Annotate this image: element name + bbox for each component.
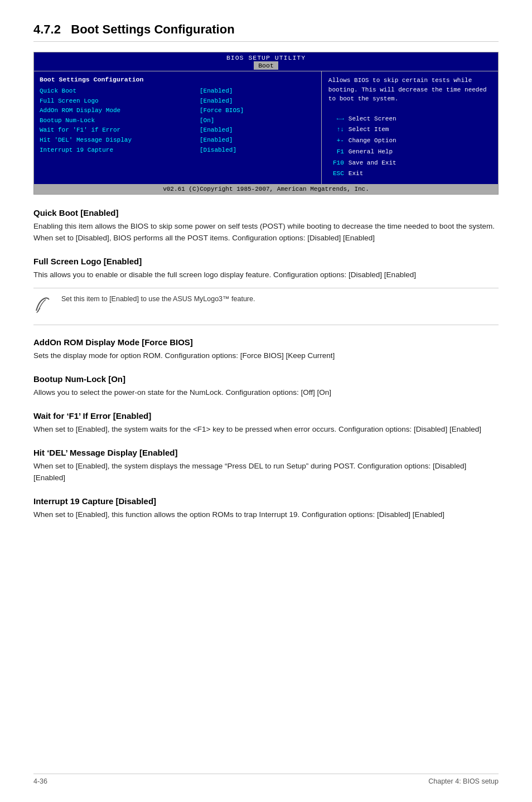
bios-item: Wait for 'F1' if Error[Enabled] [40,125,316,136]
bios-key-label: Select Screen [349,114,396,125]
bios-key-label: Exit [349,168,363,180]
bios-key-row: ←→Select Screen [328,114,491,125]
bios-item-label: Hit 'DEL' Message Display [40,136,200,146]
note-text: Set this item to [Enabled] to use the AS… [61,294,255,305]
bios-item-label: Full Screen Logo [40,96,200,107]
bios-key-symbol: ↑↓ [328,124,344,136]
bios-item-label: Quick Boot [40,86,200,96]
bios-left-panel: Boot Settings Configuration Quick Boot[E… [34,71,322,184]
bios-key-label: Save and Exit [349,158,396,169]
bios-help-text: Allows BIOS to skip certain tests while … [328,76,491,104]
section-hit-del: Hit ‘DEL’ Message Display [Enabled]When … [33,448,499,484]
bios-key-row: ESCExit [328,168,491,180]
bios-item-value: [Enabled] [200,136,233,146]
bios-item-value: [Enabled] [200,96,233,107]
bios-item: Interrupt 19 Capture[Disabled] [40,146,316,156]
bios-item-label: Interrupt 19 Capture [40,146,200,156]
bios-items-list: Quick Boot[Enabled]Full Screen Logo[Enab… [40,86,316,155]
heading-bootup-numlock: Bootup Num-Lock [On] [33,374,499,384]
bios-screenshot: BIOS SETUP UTILITY Boot Boot Settings Co… [33,52,499,195]
heading-wait-f1: Wait for ‘F1’ If Error [Enabled] [33,411,499,421]
heading-quick-boot: Quick Boot [Enabled] [33,208,499,218]
bios-key-row: +-Change Option [328,136,491,147]
bios-right-panel: Allows BIOS to skip certain tests while … [322,71,498,184]
section-full-screen-logo: Full Screen Logo [Enabled]This allows yo… [33,257,499,325]
note-icon [33,295,54,319]
heading-interrupt-19: Interrupt 19 Capture [Disabled] [33,496,499,506]
body-wait-f1: When set to [Enabled], the system waits … [33,424,499,436]
bios-item: Hit 'DEL' Message Display[Enabled] [40,136,316,146]
body-interrupt-19: When set to [Enabled], this function all… [33,509,499,521]
body-quick-boot: Enabling this item allows the BIOS to sk… [33,221,499,244]
bios-keys: ←→Select Screen↑↓Select Item+-Change Opt… [328,114,491,180]
bios-title: BIOS SETUP UTILITY [226,54,306,61]
body-bootup-numlock: Allows you to select the power-on state … [33,387,499,399]
body-hit-del: When set to [Enabled], the system displa… [33,461,499,484]
heading-full-screen-logo: Full Screen Logo [Enabled] [33,257,499,266]
bios-item-label: AddOn ROM Display Mode [40,106,200,116]
bios-item: Quick Boot[Enabled] [40,86,316,96]
bios-key-symbol: F10 [328,158,344,169]
heading-hit-del: Hit ‘DEL’ Message Display [Enabled] [33,448,499,457]
section-bootup-numlock: Bootup Num-Lock [On]Allows you to select… [33,374,499,399]
bios-key-row: F1General Help [328,147,491,158]
bios-item: Bootup Num-Lock[On] [40,116,316,126]
bios-item-label: Wait for 'F1' if Error [40,125,200,136]
bios-item-value: [Disabled] [200,146,236,156]
bios-active-tab: Boot [254,61,278,70]
bios-key-symbol: ESC [328,168,344,180]
footer-page-number: 4-36 [33,777,47,785]
bios-item-value: [Force BIOS] [200,106,244,116]
section-interrupt-19: Interrupt 19 Capture [Disabled]When set … [33,496,499,521]
bios-item-label: Bootup Num-Lock [40,116,200,126]
content-sections: Quick Boot [Enabled]Enabling this item a… [33,208,499,520]
section-addon-rom: AddOn ROM Display Mode [Force BIOS]Sets … [33,337,499,362]
section-wait-f1: Wait for ‘F1’ If Error [Enabled]When set… [33,411,499,436]
footer-chapter: Chapter 4: BIOS setup [428,777,499,785]
bios-item: Full Screen Logo[Enabled] [40,96,316,107]
bios-key-symbol: +- [328,136,344,147]
page-footer: 4-36 Chapter 4: BIOS setup [33,774,499,785]
bios-item-value: [Enabled] [200,86,233,96]
bios-section-header: Boot Settings Configuration [40,76,316,83]
bios-item-value: [Enabled] [200,125,233,136]
body-full-screen-logo: This allows you to enable or disable the… [33,269,499,281]
section-quick-boot: Quick Boot [Enabled]Enabling this item a… [33,208,499,244]
bios-item: AddOn ROM Display Mode[Force BIOS] [40,106,316,116]
bios-item-value: [On] [200,116,214,126]
bios-key-label: General Help [349,147,393,158]
bios-key-label: Change Option [349,136,396,147]
bios-key-row: ↑↓Select Item [328,124,491,136]
section-title: 4.7.2 Boot Settings Configuration [33,22,499,42]
bios-key-row: F10Save and Exit [328,158,491,169]
bios-key-symbol: ←→ [328,114,344,125]
note-box: Set this item to [Enabled] to use the AS… [33,288,499,325]
body-addon-rom: Sets the display mode for option ROM. Co… [33,350,499,362]
bios-key-label: Select Item [349,124,389,136]
bios-key-symbol: F1 [328,147,344,158]
heading-addon-rom: AddOn ROM Display Mode [Force BIOS] [33,337,499,347]
bios-footer: v02.61 (C)Copyright 1985-2007, American … [34,184,498,194]
